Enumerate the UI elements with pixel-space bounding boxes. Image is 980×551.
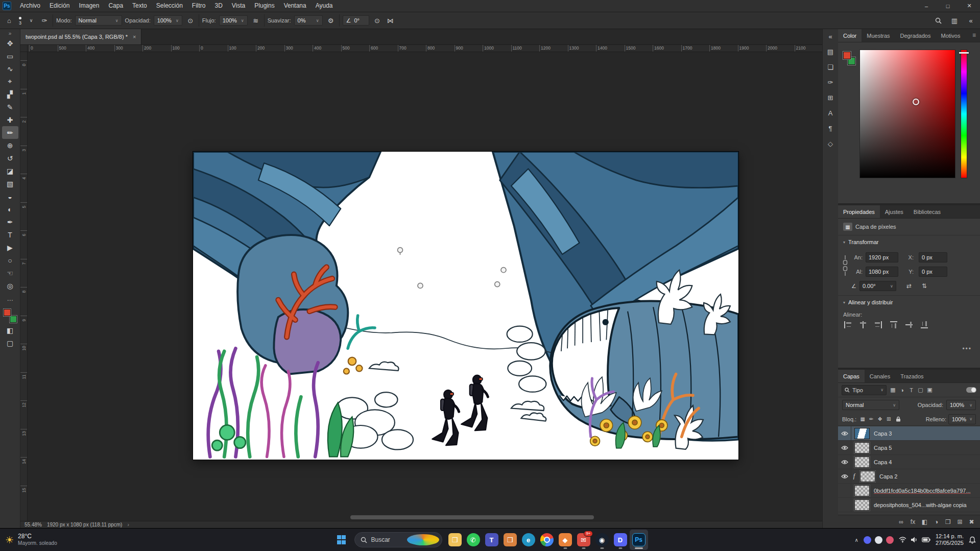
layer-thumbnail[interactable]: [860, 471, 875, 482]
taskbar-search[interactable]: Buscar: [354, 532, 442, 547]
adjustment-layer-icon[interactable]: ◑: [933, 518, 940, 525]
start-button[interactable]: [332, 530, 351, 550]
maximize-icon[interactable]: □: [937, 0, 959, 12]
align-vertical-centers-icon[interactable]: [905, 320, 913, 329]
menu-item[interactable]: Texto: [128, 0, 152, 12]
brush-angle-select[interactable]: ∠ 0°: [343, 15, 369, 26]
layer-filter-select[interactable]: Tipo ∨: [842, 385, 887, 395]
add-mask-icon[interactable]: ◧: [921, 518, 928, 525]
link-dimensions-icon[interactable]: [842, 254, 848, 279]
menu-item[interactable]: Edición: [45, 0, 74, 12]
align-bottom-icon[interactable]: [920, 320, 928, 329]
layer-blend-mode-select[interactable]: Normal ∨: [842, 400, 899, 410]
filter-smart-objects-icon[interactable]: ▣: [925, 386, 934, 395]
opacity-select[interactable]: 100% ∨: [154, 15, 182, 26]
brush-preset-picker[interactable]: 3: [17, 16, 23, 26]
layer-thumbnail[interactable]: [854, 499, 870, 511]
comments-panel-icon[interactable]: ❏: [824, 62, 836, 72]
tab-trazados[interactable]: Trazados: [895, 370, 928, 382]
layer-thumbnail[interactable]: [854, 457, 870, 468]
layer-row[interactable]: f Capa 2: [838, 469, 980, 484]
height-field[interactable]: 1080 px: [866, 267, 898, 277]
obs-tray-icon[interactable]: [886, 536, 894, 544]
more-options-icon[interactable]: •••: [962, 345, 972, 352]
steam-tray-icon[interactable]: [875, 536, 882, 544]
flow-select[interactable]: 100% ∨: [219, 15, 248, 26]
menu-item[interactable]: 3D: [210, 0, 227, 12]
weather-widget[interactable]: ☀ 28°C Mayorm. soleado: [5, 529, 57, 551]
smoothing-select[interactable]: 0% ∨: [294, 15, 323, 26]
layer-filter-toggle[interactable]: [966, 387, 976, 393]
brush-tool[interactable]: ✏: [2, 126, 18, 139]
eraser-tool[interactable]: ◪: [2, 164, 18, 177]
layer-thumbnail[interactable]: [854, 442, 870, 453]
layer-row[interactable]: depositphotos_504...with-algae copia: [838, 498, 980, 512]
character-panel-icon[interactable]: A: [824, 108, 836, 118]
zoom-tool[interactable]: ◎: [2, 279, 18, 292]
align-right-icon[interactable]: [874, 321, 883, 329]
tray-time[interactable]: 12:14 p. m.: [936, 533, 964, 540]
document-canvas[interactable]: [193, 152, 738, 460]
chevron-down-icon[interactable]: ∨: [26, 15, 36, 26]
object-selection-tool[interactable]: ⌖: [2, 75, 18, 88]
ruler-corner[interactable]: [20, 45, 28, 52]
app-orange-icon[interactable]: ◆: [556, 530, 575, 550]
discord-tray-icon[interactable]: [864, 536, 871, 544]
menu-item[interactable]: Archivo: [15, 0, 45, 12]
layer-name[interactable]: Capa 2: [879, 473, 978, 480]
vertical-ruler[interactable]: 0123456789101112131415: [20, 52, 28, 521]
close-icon[interactable]: ✕: [959, 0, 980, 12]
brush-settings-toggle-icon[interactable]: ✑: [39, 15, 50, 26]
flip-vertical-icon[interactable]: ⇅: [922, 282, 927, 290]
align-top-icon[interactable]: [890, 320, 898, 329]
layer-row[interactable]: Capa 5: [838, 441, 980, 455]
pen-tool[interactable]: ✒: [2, 215, 18, 228]
steam-icon[interactable]: ◉: [593, 530, 611, 550]
hue-slider[interactable]: [961, 50, 967, 178]
edge-icon[interactable]: e: [519, 530, 538, 550]
color-field[interactable]: [859, 50, 955, 178]
horizontal-ruler[interactable]: 0500400300200100010020030040050060070080…: [28, 45, 822, 52]
layer-thumbnail[interactable]: [854, 485, 870, 496]
paragraph-panel-icon[interactable]: ¶: [824, 123, 836, 133]
filter-shape-layers-icon[interactable]: ▢: [916, 386, 925, 395]
y-field[interactable]: 0 px: [919, 267, 947, 277]
width-field[interactable]: 1920 px: [866, 252, 898, 262]
workspace-switcher-icon[interactable]: ▥: [949, 15, 960, 26]
layer-name[interactable]: Capa 3: [874, 430, 978, 437]
layer-row[interactable]: Capa 3: [838, 426, 980, 441]
collapse-panels-icon[interactable]: «: [824, 31, 836, 41]
tab-canales[interactable]: Canales: [865, 370, 895, 382]
photos-icon[interactable]: ❒: [501, 530, 519, 550]
color-picker-handle[interactable]: [913, 99, 919, 105]
healing-brush-tool[interactable]: ✚: [2, 113, 18, 126]
quick-mask-icon[interactable]: ◧: [2, 324, 18, 337]
tray-date[interactable]: 27/05/2025: [936, 540, 964, 546]
foreground-color-swatch[interactable]: [4, 309, 11, 316]
align-horizontal-centers-icon[interactable]: [858, 321, 868, 329]
rotation-field[interactable]: 0.00° ∨: [859, 281, 896, 291]
visibility-toggle[interactable]: [838, 498, 851, 512]
layer-style-icon[interactable]: fx: [910, 518, 916, 525]
chrome-icon[interactable]: [538, 530, 556, 550]
canvas-artwork[interactable]: [193, 152, 738, 460]
menu-item[interactable]: Filtro: [187, 0, 210, 12]
lock-artboard-icon[interactable]: ⊞: [885, 415, 892, 423]
clone-source-panel-icon[interactable]: ⊞: [824, 92, 836, 103]
layer-row[interactable]: Capa 4: [838, 455, 980, 469]
filter-pixel-layers-icon[interactable]: ▦: [889, 386, 897, 395]
pressure-size-icon[interactable]: ⊙: [372, 15, 383, 26]
airbrush-icon[interactable]: ≋: [251, 15, 261, 26]
layer-opacity-select[interactable]: 100% ∨: [946, 400, 976, 410]
hidden-icons-chevron[interactable]: ∧: [855, 537, 858, 543]
document-tab[interactable]: twopoint.psd al 55.5% (Capa 3, RGB/8) * …: [20, 29, 141, 44]
tab-muestras[interactable]: Muestras: [862, 29, 895, 42]
layer-name[interactable]: depositphotos_504...with-algae copia: [874, 502, 978, 508]
move-tool[interactable]: ✥: [2, 37, 18, 50]
visibility-toggle[interactable]: [838, 484, 851, 497]
discord-icon[interactable]: D: [611, 530, 630, 550]
filter-type-layers-icon[interactable]: T: [907, 386, 916, 395]
system-icons[interactable]: [899, 537, 930, 543]
pressure-opacity-icon[interactable]: ⊙: [185, 15, 196, 26]
lock-all-icon[interactable]: [895, 415, 902, 423]
